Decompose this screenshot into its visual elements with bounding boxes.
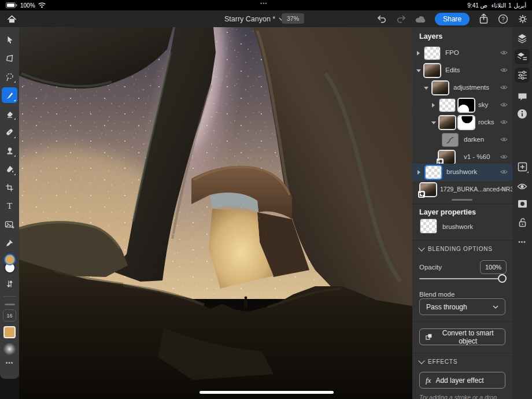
layer-row-background-image[interactable]: 1729_BURKA...anced-NR33	[412, 181, 512, 198]
effects-hint-text: Try adding a stroke or a drop shadow.	[419, 394, 512, 399]
share-button[interactable]: Share	[435, 13, 470, 25]
crop-tool[interactable]	[2, 180, 17, 195]
layer-name: rocks	[478, 119, 494, 125]
app-window: 100% ••• 9:41 ص الثلاثاء 1 أبريل Starry …	[0, 0, 532, 399]
lock-layer-button[interactable]	[515, 215, 530, 230]
type-tool[interactable]: T	[2, 198, 17, 214]
help-icon[interactable]: ?	[497, 13, 509, 25]
layers-panel: Layers FPO Edits adjustments sky	[412, 27, 512, 399]
visibility-eye-icon[interactable]	[500, 119, 508, 125]
layer-row-brushwork-selected[interactable]: brushwork	[412, 164, 512, 181]
brush-color-swatch[interactable]	[3, 326, 16, 338]
undo-button[interactable]	[376, 13, 387, 25]
status-date-weekday: الثلاثاء	[492, 2, 506, 9]
fx-icon: fx	[426, 376, 431, 385]
add-layer-effect-button[interactable]: fx Add layer effect	[419, 372, 505, 389]
document-canvas[interactable]	[19, 27, 412, 399]
collapse-triangle-icon[interactable]	[424, 87, 428, 90]
healing-brush-tool[interactable]	[2, 124, 17, 140]
expand-triangle-icon[interactable]	[417, 51, 420, 56]
settings-gear-icon[interactable]	[517, 13, 529, 25]
comments-panel-icon[interactable]	[515, 89, 530, 104]
layer-thumbnail	[424, 64, 440, 77]
opacity-value-field[interactable]: 100%	[480, 260, 507, 274]
layer-mask-thumbnail	[459, 116, 474, 129]
status-date-month: أبريل	[514, 2, 526, 9]
clone-stamp-tool[interactable]	[2, 143, 17, 158]
layer-name: brushwork	[446, 168, 477, 175]
info-panel-icon[interactable]	[515, 106, 530, 121]
export-icon[interactable]	[478, 13, 489, 25]
panel-resize-handle[interactable]	[452, 199, 472, 201]
smart-object-badge	[418, 191, 425, 198]
convert-smart-object-button[interactable]: Convert to smart object	[419, 328, 505, 345]
add-layer-button[interactable]	[515, 159, 530, 174]
battery-percent: 100%	[20, 2, 35, 9]
opacity-slider[interactable]	[419, 274, 505, 283]
fill-tool[interactable]	[2, 161, 17, 177]
place-image-tool[interactable]	[2, 217, 17, 232]
layer-thumbnail	[424, 47, 440, 60]
document-title-menu[interactable]: Starry Canyon *	[224, 10, 284, 27]
layer-row-edits[interactable]: Edits	[412, 62, 512, 79]
zoom-level-badge[interactable]: 37%	[282, 13, 304, 24]
status-time: 9:41 ص	[467, 2, 487, 9]
collapse-triangle-icon[interactable]	[431, 121, 436, 124]
expand-triangle-icon[interactable]	[432, 103, 435, 108]
layer-thumbnail	[439, 116, 455, 129]
layer-more-options-button[interactable]: •••	[515, 234, 530, 249]
redo-button[interactable]	[396, 13, 407, 25]
blend-mode-label: Blend mode	[419, 291, 455, 298]
brush-hardness-preview[interactable]	[3, 343, 16, 355]
visibility-eye-icon[interactable]	[500, 169, 508, 175]
chevron-down-icon	[418, 357, 424, 364]
visibility-toggle-button[interactable]	[515, 179, 530, 194]
svg-text:?: ?	[501, 16, 505, 22]
adjustments-panel-icon[interactable]	[515, 68, 530, 83]
layer-properties-panel-icon[interactable]	[515, 49, 530, 64]
visibility-eye-icon[interactable]	[500, 50, 508, 56]
layer-name: FPO	[445, 49, 459, 56]
swap-colors-button[interactable]	[2, 276, 17, 291]
layer-row-adjustments[interactable]: adjustments	[412, 79, 512, 97]
eraser-tool[interactable]	[2, 106, 17, 121]
layer-row-fpo[interactable]: FPO	[412, 45, 512, 62]
blend-mode-dropdown[interactable]: Pass through	[419, 298, 505, 315]
transform-tool[interactable]	[2, 50, 17, 66]
chevron-down-icon	[493, 305, 498, 309]
layer-thumbnail	[439, 151, 455, 164]
visibility-eye-icon[interactable]	[500, 154, 508, 160]
brush-size-field[interactable]: 16	[3, 309, 16, 322]
cloud-sync-icon[interactable]	[415, 13, 427, 25]
collapse-triangle-icon[interactable]	[416, 69, 421, 72]
tool-options-more-button[interactable]: •••	[6, 360, 14, 366]
effects-header[interactable]: EFFECTS	[419, 359, 457, 365]
layer-row-sky[interactable]: sky	[412, 97, 512, 114]
opacity-label: Opacity	[419, 264, 442, 271]
visibility-eye-icon[interactable]	[500, 136, 508, 142]
slider-handle[interactable]	[498, 274, 507, 283]
layer-name: sky	[478, 101, 488, 108]
blending-options-header[interactable]: BLENDING OPTIONS	[419, 246, 493, 252]
expand-triangle-icon[interactable]	[418, 170, 420, 175]
lasso-select-tool[interactable]	[2, 69, 17, 84]
layer-row-rocks[interactable]: rocks	[412, 114, 512, 131]
brush-tool[interactable]	[2, 87, 17, 103]
top-toolbar: Starry Canyon * 37% Share ?	[0, 10, 532, 27]
visibility-eye-icon[interactable]	[500, 102, 508, 108]
layers-panel-icon[interactable]	[515, 31, 530, 46]
home-button[interactable]	[6, 13, 17, 25]
status-date-day: 1	[508, 2, 512, 9]
battery-icon	[6, 2, 17, 8]
visibility-eye-icon[interactable]	[500, 186, 508, 192]
add-mask-button[interactable]	[515, 196, 530, 211]
foreground-color-swatch[interactable]	[4, 254, 16, 265]
layer-row-darken[interactable]: darken	[412, 131, 512, 149]
visibility-eye-icon[interactable]	[500, 84, 508, 90]
visibility-eye-icon[interactable]	[500, 67, 508, 73]
eyedropper-tool[interactable]	[2, 235, 17, 251]
move-tool[interactable]	[2, 32, 17, 47]
home-indicator-bar[interactable]	[200, 391, 334, 394]
layer-properties-title: Layer properties	[419, 208, 476, 216]
tool-options-handle[interactable]	[5, 304, 15, 305]
